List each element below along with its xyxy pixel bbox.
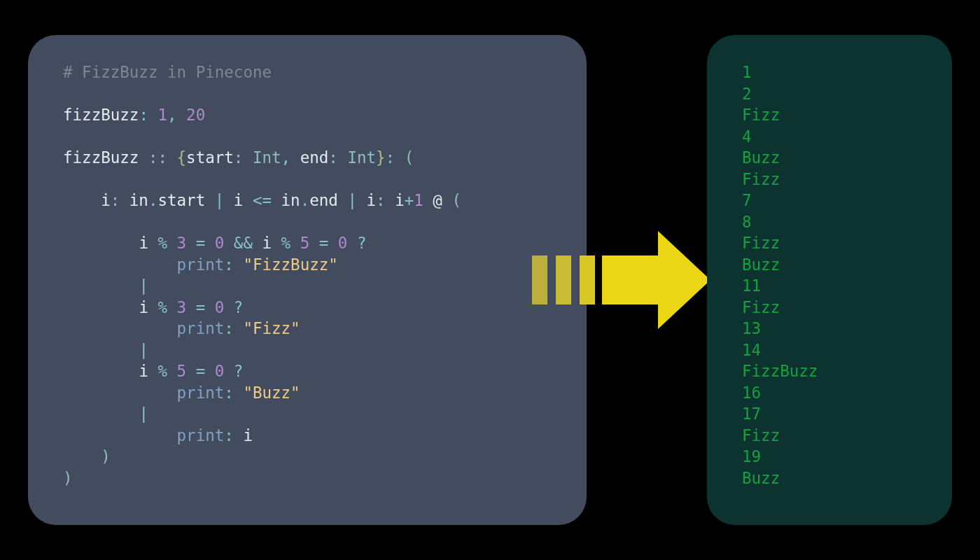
code-token: i [139,298,148,316]
code-token: 1 [414,191,424,209]
code-token: end [309,191,338,209]
code-token: , [281,148,291,167]
code-token: = [196,362,206,380]
code-token: print [177,384,225,402]
code-token: "Buzz" [243,384,300,402]
svg-rect-2 [580,255,595,304]
code-token: :: [148,148,167,167]
code-token: : [224,319,234,337]
code-token: i [243,426,253,444]
svg-rect-0 [532,255,547,304]
code-token: 0 [215,298,225,316]
code-token: : [139,106,148,124]
code-panel: # FizzBuzz in Pinecone fizzBuzz: 1, 20 f… [28,35,587,525]
code-token: <= [253,191,272,209]
code-token: : [224,384,234,402]
code-token: Int [253,148,281,167]
code-token: | [215,191,225,209]
code-token: ? [234,298,244,316]
code-token: . [300,191,310,209]
code-token: { [177,148,187,167]
code-token: "Fizz" [243,319,300,337]
code-token: ) [101,447,111,465]
code-token: 3 [177,234,187,252]
code-token: i [139,362,148,380]
code-token: start [186,148,234,167]
code-token: ) [63,469,73,487]
code-token: : [224,255,234,274]
code-token: : [111,191,120,209]
svg-marker-3 [602,231,710,329]
code-token: 1 [158,106,167,124]
code-token: | [139,405,148,423]
code-token: i [262,234,272,252]
arrow-icon [532,224,714,336]
output-block: 1 2 Fizz 4 Buzz Fizz 7 8 Fizz Buzz 11 Fi… [742,62,952,489]
code-token: in [130,191,148,209]
code-token: fizzBuzz [63,148,139,167]
code-token: + [405,191,414,209]
code-token: : [386,148,396,167]
code-token: : [224,426,234,444]
code-token: i [234,191,244,209]
code-token: i [101,191,111,209]
code-token: | [347,191,357,209]
code-token: | [139,276,148,295]
code-token: : [376,191,386,209]
code-token: % [281,234,291,252]
code-token: end [300,148,329,167]
code-token: ( [451,191,461,209]
output-panel: 1 2 Fizz 4 Buzz Fizz 7 8 Fizz Buzz 11 Fi… [707,35,952,525]
code-token: print [177,255,225,274]
svg-rect-1 [556,255,571,304]
code-token: Int [347,148,376,167]
code-token: % [158,234,167,252]
code-token: , [167,106,177,124]
code-token: && [234,234,253,252]
code-token: print [177,426,225,444]
code-token: . [148,191,158,209]
code-token: @ [433,191,442,209]
code-token: ( [405,148,414,167]
code-token: "FizzBuzz" [243,255,337,274]
code-token: 0 [338,234,348,252]
code-token: = [319,234,329,252]
code-token: 5 [300,234,310,252]
code-token: 5 [177,362,187,380]
code-token: } [376,148,386,167]
code-token: | [139,341,148,359]
code-token: 0 [215,362,225,380]
code-token: i [139,234,148,252]
code-token: i [395,191,405,209]
code-token: print [177,319,225,337]
code-token: i [367,191,377,209]
code-token: 20 [186,106,205,124]
code-token: in [281,191,300,209]
code-token: ? [234,362,244,380]
code-token: 3 [177,298,187,316]
code-comment: # FizzBuzz in Pinecone [63,63,272,81]
code-token: = [196,234,206,252]
code-block: # FizzBuzz in Pinecone fizzBuzz: 1, 20 f… [63,62,587,489]
code-token: start [158,191,205,209]
code-token: = [196,298,206,316]
code-token: : [234,148,244,167]
code-token: fizzBuzz [63,106,139,124]
code-token: ? [357,234,367,252]
code-token: 0 [215,234,225,252]
code-token: % [158,362,167,380]
code-token: % [158,298,167,316]
code-token: : [328,148,338,167]
